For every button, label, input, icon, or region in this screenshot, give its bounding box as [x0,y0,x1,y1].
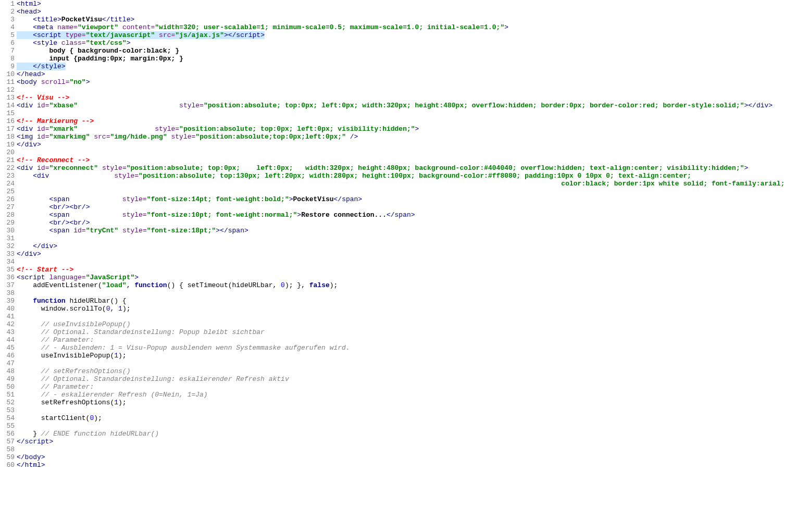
line-number: 19 [0,141,15,149]
code-line[interactable] [17,422,785,430]
code-line[interactable] [17,313,785,320]
line-number: 26 [0,195,15,203]
code-line[interactable] [17,289,785,297]
code-line[interactable]: <br/><br/> [17,203,785,211]
code-line[interactable]: <title>PocketVisu</title> [17,16,785,23]
line-number: 3 [0,16,15,23]
line-number: 13 [0,94,15,102]
code-line[interactable]: addEventListener("load", function() { se… [17,281,785,289]
line-number: 24 [0,180,15,188]
line-number: 8 [0,55,15,63]
code-line[interactable]: <meta name="viewport" content="width=320… [17,23,785,31]
code-line[interactable]: <br/><br/> [17,219,785,227]
line-number: 54 [0,414,15,422]
code-line[interactable] [17,188,785,195]
line-number: 50 [0,383,15,391]
line-number: 17 [0,125,15,133]
line-number: 20 [0,149,15,156]
line-number: 43 [0,328,15,336]
code-line[interactable]: // Parameter: [17,336,785,344]
line-number: 27 [0,203,15,211]
code-line[interactable]: <script type="text/javascript" src="js/a… [17,31,785,39]
code-line[interactable]: // - eskalierender Refresh (0=Nein, 1=Ja… [17,391,785,399]
code-line[interactable] [17,406,785,414]
code-line[interactable]: </head> [17,70,785,78]
line-number: 2 [0,8,15,16]
code-line[interactable]: <div style="position:absolute; top:130px… [17,172,785,180]
code-line[interactable]: <span style="font-size:10pt; font-weight… [17,211,785,219]
code-line[interactable]: <!-- Visu --> [17,94,785,102]
line-number: 11 [0,78,15,86]
code-line[interactable]: <head> [17,8,785,16]
line-number: 6 [0,39,15,47]
code-line[interactable]: </script> [17,438,785,446]
code-line[interactable]: </div> [17,250,785,258]
code-line[interactable]: </div> [17,242,785,250]
line-number: 23 [0,172,15,180]
line-number: 31 [0,234,15,242]
line-number: 30 [0,227,15,234]
line-number: 46 [0,352,15,360]
line-number: 33 [0,250,15,258]
code-line[interactable]: // - Ausblenden: 1 = Visu-Popup ausblend… [17,344,785,352]
code-area[interactable]: <html><head> <title>PocketVisu</title> <… [17,0,785,469]
code-line[interactable]: <style class="text/css"> [17,39,785,47]
code-line[interactable]: // Optional. Standardeinstellung: Popup … [17,328,785,336]
line-number: 18 [0,133,15,141]
code-line[interactable]: useInvisiblePopup(1); [17,352,785,360]
line-number: 28 [0,211,15,219]
code-line[interactable]: <script language="JavaScript"> [17,274,785,281]
code-line[interactable] [17,149,785,156]
code-line[interactable]: </style> [17,63,785,70]
line-number: 7 [0,47,15,55]
code-line[interactable]: </body> [17,453,785,461]
code-line[interactable]: } // ENDE function hideURLbar() [17,430,785,438]
code-editor[interactable]: 1234567891011121314151617181920212223242… [0,0,785,469]
code-line[interactable] [17,86,785,94]
code-line[interactable]: input {padding:0px; margin:0px; } [17,55,785,63]
line-number: 55 [0,422,15,430]
code-line[interactable]: <!-- Markierung --> [17,117,785,125]
code-line[interactable] [17,446,785,453]
code-line[interactable]: <img id="xmarkimg" src="img/hide.png" st… [17,133,785,141]
line-number: 60 [0,461,15,469]
code-line[interactable] [17,109,785,117]
code-line[interactable]: startClient(0); [17,414,785,422]
code-line[interactable]: // useInvisiblePopup() [17,320,785,328]
line-number: 42 [0,320,15,328]
line-number: 29 [0,219,15,227]
line-number: 4 [0,23,15,31]
code-line[interactable]: // Parameter: [17,383,785,391]
code-line[interactable]: <span style="font-size:14pt; font-weight… [17,195,785,203]
code-line[interactable]: setRefreshOptions(1); [17,399,785,406]
code-line[interactable]: <!-- Start --> [17,266,785,274]
line-number: 1 [0,0,15,8]
line-number: 32 [0,242,15,250]
code-line[interactable]: <html> [17,0,785,8]
code-line[interactable]: <span id="tryCnt" style="font-size:18pt;… [17,227,785,234]
code-line[interactable] [17,234,785,242]
code-line[interactable]: window.scrollTo(0, 1); [17,305,785,313]
line-number: 51 [0,391,15,399]
code-line[interactable]: color:black; border:1px white solid; fon… [17,180,785,188]
code-line[interactable]: </html> [17,461,785,469]
code-line[interactable]: body { background-color:black; } [17,47,785,55]
code-line[interactable]: function hideURLbar() { [17,297,785,305]
line-number: 9 [0,63,15,70]
line-number: 40 [0,305,15,313]
code-line[interactable]: <div id="xbase" style="position:absolute… [17,102,785,109]
code-line[interactable]: // Optional. Standardeinstellung: eskali… [17,375,785,383]
code-line[interactable] [17,360,785,367]
code-line[interactable]: <body scroll="no"> [17,78,785,86]
code-line[interactable]: <div id="xmark" style="position:absolute… [17,125,785,133]
code-line[interactable]: </div> [17,141,785,149]
line-number: 34 [0,258,15,266]
code-line[interactable]: <div id="xreconnect" style="position:abs… [17,164,785,172]
line-number: 14 [0,102,15,109]
line-number: 49 [0,375,15,383]
line-number: 58 [0,446,15,453]
code-line[interactable]: <!-- Reconnect --> [17,156,785,164]
code-line[interactable]: // setRefreshOptions() [17,367,785,375]
line-number: 45 [0,344,15,352]
code-line[interactable] [17,258,785,266]
